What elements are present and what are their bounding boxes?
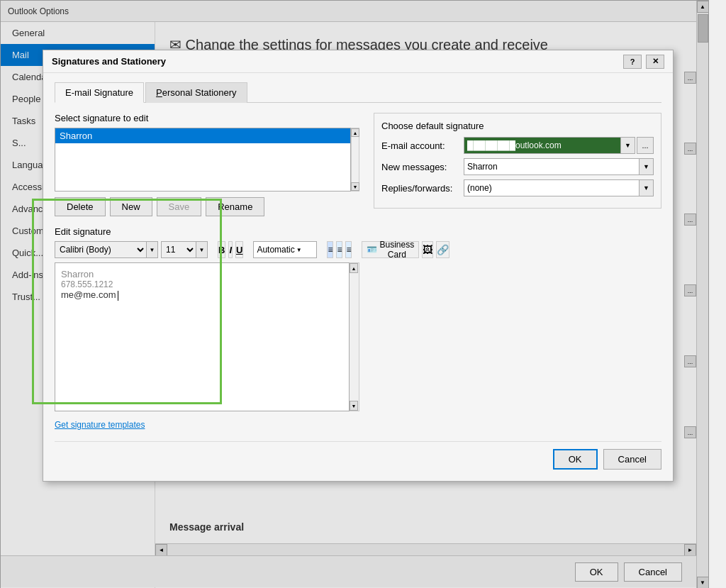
sig-edit-area[interactable]: Sharron 678.555.1212 me@me.com	[55, 262, 350, 411]
new-messages-label: New messages:	[381, 162, 459, 172]
new-messages-select-wrapper: Sharron ▼	[464, 158, 654, 175]
size-dropdown-arrow[interactable]: ▼	[196, 241, 208, 258]
text-cursor	[118, 291, 118, 301]
replies-label: Replies/forwards:	[381, 183, 459, 194]
sig-list[interactable]: Sharron	[55, 128, 351, 192]
sig-templates-section: Get signature templates	[55, 420, 661, 430]
edit-toolbar: Calibri (Body) ▼ 11 ▼ B I	[55, 241, 359, 258]
replies-row: Replies/forwards: (none) ▼	[381, 179, 654, 196]
align-right-button[interactable]: ≡	[345, 241, 352, 258]
new-messages-arrow[interactable]: ▼	[640, 158, 654, 175]
font-select-wrapper[interactable]: Calibri (Body) ▼	[55, 241, 158, 258]
select-sig-label: Select signature to edit	[55, 113, 359, 123]
email-account-row: E-mail account: ████████outlook.com ▼ ..…	[381, 137, 654, 154]
dialog-titlebar: Signatures and Stationery ? ✕	[43, 50, 673, 73]
replies-arrow[interactable]: ▼	[640, 179, 654, 196]
replies-select[interactable]: (none)	[464, 179, 640, 196]
sig-scroll-up[interactable]: ▲	[351, 128, 359, 137]
align-left-button[interactable]: ≡	[327, 241, 333, 258]
edit-sig-label: Edit signature	[55, 226, 359, 237]
color-select[interactable]: Automatic ▼	[253, 241, 317, 258]
edit-area-container: Sharron 678.555.1212 me@me.com ▲ ▼	[55, 262, 359, 411]
dialog-cancel-button[interactable]: Cancel	[603, 449, 661, 470]
new-messages-row: New messages: Sharron ▼	[381, 158, 654, 175]
sig-list-scrollbar[interactable]: ▲ ▼	[351, 128, 359, 192]
email-account-dots[interactable]: ...	[637, 137, 654, 154]
replies-value: (none)	[467, 183, 492, 193]
delete-button[interactable]: Delete	[55, 197, 106, 216]
align-center-button[interactable]: ≡	[336, 241, 342, 258]
edit-scroll-up[interactable]: ▲	[350, 263, 358, 273]
replies-select-wrapper: (none) ▼	[464, 179, 654, 196]
edit-area-scrollbar[interactable]: ▲ ▼	[350, 262, 359, 411]
left-panel: Select signature to edit Sharron ▲ ▼	[55, 113, 359, 411]
italic-button[interactable]: I	[228, 241, 233, 258]
edit-section: Edit signature Calibri (Body) ▼ 11	[55, 226, 359, 411]
font-size-wrapper[interactable]: 11 ▼	[161, 241, 208, 258]
dialog-main: Select signature to edit Sharron ▲ ▼	[55, 113, 661, 411]
underline-button[interactable]: U	[235, 241, 243, 258]
email-account-arrow[interactable]: ▼	[621, 137, 635, 154]
sig-phone-line: 678.555.1212	[61, 279, 343, 289]
close-button[interactable]: ✕	[646, 55, 664, 69]
sig-list-wrapper: Sharron ▲ ▼	[55, 128, 359, 192]
color-dropdown-arrow[interactable]: ▼	[296, 247, 302, 253]
email-account-select-wrapper: ████████outlook.com ▼ ...	[464, 137, 654, 154]
color-label: Automatic	[257, 245, 294, 255]
new-messages-value: Sharron	[467, 162, 498, 172]
rename-button[interactable]: Rename	[206, 197, 264, 216]
dialog-body: E-mail Signature Personal Stationery Sel…	[43, 73, 673, 481]
font-dropdown-arrow[interactable]: ▼	[147, 241, 158, 258]
right-panel: Choose default signature E-mail account:…	[374, 113, 661, 411]
sig-buttons-row: Delete New Save Rename	[55, 197, 359, 216]
sig-list-item-sharron[interactable]: Sharron	[55, 128, 350, 143]
sig-email-line: me@me.com	[61, 289, 343, 301]
tab-email-signature[interactable]: E-mail Signature	[55, 82, 144, 103]
sig-templates-link[interactable]: Get signature templates	[55, 420, 145, 430]
choose-default-title: Choose default signature	[381, 121, 654, 131]
email-account-label: E-mail account:	[381, 140, 459, 151]
dialog-title: Signatures and Stationery	[52, 56, 166, 67]
sig-scroll-down[interactable]: ▼	[351, 182, 359, 191]
new-messages-select[interactable]: Sharron	[464, 158, 640, 175]
signatures-dialog: Signatures and Stationery ? ✕ E-mail Sig…	[43, 50, 674, 482]
choose-default-box: Choose default signature E-mail account:…	[374, 113, 661, 209]
email-account-select[interactable]: ████████outlook.com	[464, 137, 621, 154]
dialog-footer: OK Cancel	[55, 441, 661, 470]
edit-scroll-down[interactable]: ▼	[350, 401, 358, 411]
dialog-ok-button[interactable]: OK	[553, 449, 598, 470]
tab-personal-stationery[interactable]: Personal Stationery	[145, 82, 247, 103]
sig-name-line: Sharron	[61, 269, 343, 279]
save-button[interactable]: Save	[157, 197, 202, 216]
bold-button[interactable]: B	[218, 241, 225, 258]
new-button[interactable]: New	[110, 197, 152, 216]
dialog-title-buttons: ? ✕	[623, 55, 664, 69]
tab-bar: E-mail Signature Personal Stationery	[55, 82, 661, 103]
email-account-value: ████████outlook.com	[467, 140, 562, 150]
font-size-select[interactable]: 11	[161, 241, 196, 258]
font-name-select[interactable]: Calibri (Body)	[55, 241, 147, 258]
help-button[interactable]: ?	[623, 55, 642, 69]
